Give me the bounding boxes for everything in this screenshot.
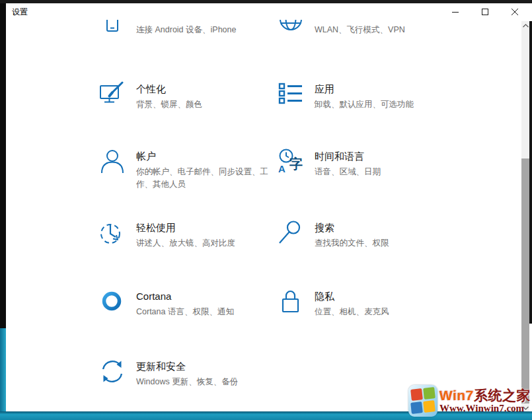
tile-subtitle: 位置、相机、麦克风 [315, 306, 457, 318]
apps-list-icon [278, 81, 304, 108]
flag-pane-green [423, 387, 436, 400]
tile-subtitle: 查找我的文件、权限 [315, 237, 457, 250]
tile-text: 应用 卸载、默认应用、可选功能 [315, 81, 457, 111]
search-icon [278, 220, 304, 246]
tile-subtitle: 卸载、默认应用、可选功能 [315, 98, 457, 111]
tile-subtitle: WLAN、飞行模式、VPN [315, 24, 457, 36]
tile-text: 个性化 背景、锁屏、颜色 [136, 81, 279, 111]
cortana-ring-icon [99, 289, 126, 315]
scroll-up-button[interactable] [521, 21, 529, 30]
settings-tile-apps[interactable]: 应用 卸载、默认应用、可选功能 [278, 81, 457, 145]
refresh-arrows-icon [99, 359, 126, 385]
tile-subtitle: 讲述人、放大镜、高对比度 [136, 237, 278, 250]
settings-tile-accounts[interactable]: 帐户 你的帐户、电子邮件、同步设置、工作、其他人员 [99, 149, 279, 212]
settings-tile-time-language[interactable]: A 字 时间和语言 语音、区域、日期 [278, 149, 457, 212]
watermark-brand-suffix: 系统之家 [474, 388, 531, 403]
tile-title: 轻松使用 [136, 221, 279, 234]
tile-text: 更新和安全 Windows 更新、恢复、备份 [136, 359, 279, 388]
scrollbar-thumb[interactable] [521, 158, 529, 404]
tile-title: Cortana [136, 290, 279, 303]
clock-language-icon: A 字 [278, 149, 304, 175]
tile-subtitle: 语音、区域、日期 [315, 166, 457, 178]
flag-pane-blue [410, 402, 423, 414]
watermark-text: Win7系统之家 Www.Winwin7.com [439, 388, 531, 414]
settings-tile-personalization[interactable]: 个性化 背景、锁屏、颜色 [99, 81, 279, 145]
user-icon [99, 149, 126, 175]
desktop-edge-left [0, 3, 6, 328]
minimize-button[interactable] [440, 3, 470, 20]
settings-tile-cortana[interactable]: Cortana Cortana 语言、权限、通知 [99, 289, 279, 352]
windows-flag-logo-icon [408, 385, 437, 417]
tile-title: 隐私 [315, 290, 457, 303]
ease-of-access-icon [99, 220, 126, 246]
tile-subtitle: Windows 更新、恢复、备份 [136, 376, 278, 388]
flag-pane-yellow [423, 400, 436, 413]
tile-title: 更新和安全 [136, 360, 279, 373]
tile-title: 个性化 [136, 83, 279, 96]
window-controls [440, 3, 529, 20]
tile-text: Cortana Cortana 语言、权限、通知 [136, 289, 279, 318]
flag-pane-red [410, 388, 423, 401]
tile-subtitle: Cortana 语言、权限、通知 [136, 306, 278, 318]
tile-text: 帐户 你的帐户、电子邮件、同步设置、工作、其他人员 [136, 149, 279, 191]
tile-text: 时间和语言 语音、区域、日期 [315, 149, 457, 178]
svg-text:A: A [278, 163, 285, 174]
tile-title: 帐户 [136, 150, 279, 163]
watermark-brand-prefix: Win7 [439, 388, 474, 403]
settings-tile-search[interactable]: 搜索 查找我的文件、权限 [278, 220, 457, 283]
vertical-scrollbar[interactable] [521, 21, 529, 413]
watermark: Win7系统之家 Www.Winwin7.com [408, 384, 532, 418]
teal-frame-left [0, 328, 6, 420]
tile-text: 轻松使用 讲述人、放大镜、高对比度 [136, 220, 279, 250]
tile-subtitle: 连接 Android 设备、iPhone [136, 24, 278, 36]
tile-title: 应用 [315, 83, 457, 96]
close-button[interactable] [500, 3, 529, 20]
tile-subtitle: 你的帐户、电子邮件、同步设置、工作、其他人员 [136, 166, 278, 191]
svg-text:字: 字 [289, 157, 303, 171]
desktop-edge-top [0, 0, 532, 3]
tile-text: 隐私 位置、相机、麦克风 [315, 289, 457, 318]
tile-text: 搜索 查找我的文件、权限 [315, 220, 457, 250]
desktop-edge-right [529, 21, 532, 324]
settings-tile-privacy[interactable]: 隐私 位置、相机、麦克风 [278, 289, 457, 352]
personalization-icon [99, 81, 126, 108]
watermark-url: Www.Winwin7.com [439, 403, 531, 414]
screenshot-canvas: 手机 连接 Android 设备、iPhone 网络和 Internet WLA… [0, 0, 532, 420]
maximize-button[interactable] [470, 3, 500, 20]
tile-subtitle: 背景、锁屏、颜色 [136, 98, 278, 111]
lock-icon [278, 289, 304, 315]
settings-tile-ease-of-access[interactable]: 轻松使用 讲述人、放大镜、高对比度 [99, 220, 279, 283]
tile-title: 搜索 [315, 221, 457, 234]
window-title: 设置 [12, 3, 28, 20]
watermark-brand: Win7系统之家 [439, 388, 531, 403]
tile-title: 时间和语言 [315, 150, 457, 163]
titlebar: 设置 [6, 3, 532, 20]
